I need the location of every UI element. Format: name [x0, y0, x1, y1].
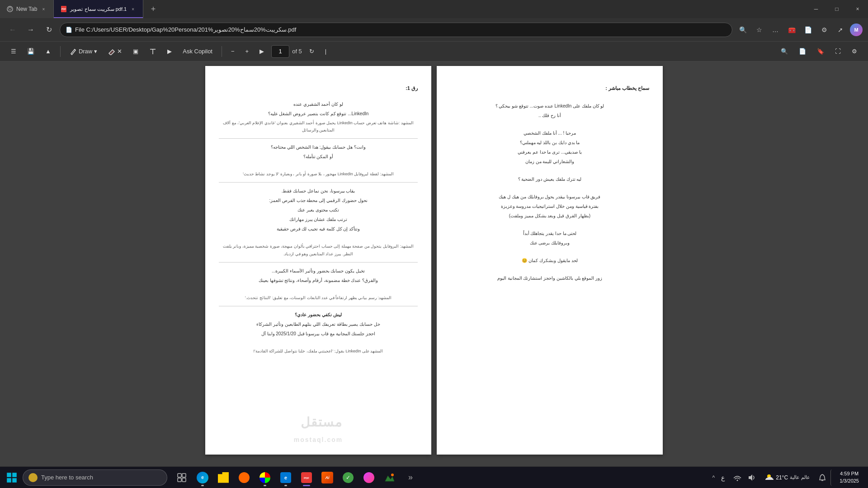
new-tab-button[interactable]: + — [145, 1, 161, 17]
maximize-button[interactable]: □ — [826, 0, 847, 18]
taskbar-firefox-app[interactable] — [234, 468, 254, 488]
page1-promise1: تخيل يكون حسابك بحضور وتأثير الأسماء الك… — [219, 267, 418, 275]
taskbar-more-apps[interactable]: » — [401, 468, 420, 488]
transform-btn[interactable]: ⛶ — [831, 44, 844, 59]
taskbar-search[interactable]: Type here to search — [23, 469, 167, 486]
tab-new-tab[interactable]: New Tab × — [0, 0, 54, 18]
notification-icon[interactable] — [816, 471, 829, 484]
page2-line9: بفترة قياسية ومن خلال استراتيجيات مدروسة… — [450, 202, 649, 211]
search-placeholder-text: Type here to search — [41, 474, 93, 481]
taskbar-maps-app[interactable] — [380, 468, 400, 488]
bookmark-btn[interactable]: 🔖 — [813, 44, 828, 59]
page2-line7: ليه تترك ملفك يعيش دور الضحية ؟ — [450, 175, 649, 183]
taskbar-task-view[interactable] — [172, 468, 192, 488]
back-button[interactable]: ← — [5, 23, 20, 37]
weather-widget[interactable]: 21°C عالم عالية — [760, 471, 814, 484]
page1-line2: LinkedIn... تتوقع كم كانت بتصير عروض الش… — [219, 110, 418, 118]
watermark-arabic: مستقل — [294, 411, 343, 434]
extensions-btn[interactable]: 🧰 — [785, 23, 798, 37]
minimize-button[interactable]: ─ — [806, 0, 826, 18]
star-icon-btn[interactable]: ☆ — [752, 23, 766, 37]
page2-line10: (بظهار الفرق قبل وبعد بشكل مميز وملفت) — [450, 212, 649, 220]
taskbar-edge2-app[interactable]: e — [276, 468, 296, 488]
page1-tip3: تكتب محتوى يعبر عنك — [219, 206, 418, 214]
temperature-text: 21°C — [776, 474, 788, 481]
page2-line3: مرحبا ! ... أنا ملفك الشخصي — [450, 129, 649, 137]
taskbar-edge-app[interactable]: e — [193, 468, 212, 488]
pdf-viewer-area: رق 1: لو كان أحمد الشقيري عنده LinkedIn.… — [0, 61, 868, 466]
more-icon-btn[interactable]: … — [769, 23, 782, 37]
page1-chart-label: المشهد: رسم بياني يظهر ارتفاعاً في عدد ا… — [219, 294, 418, 301]
weather-label: عالم عالية — [790, 474, 810, 480]
search-icon-btn[interactable]: 🔍 — [736, 23, 750, 37]
page-number-input[interactable] — [271, 45, 289, 58]
volume-icon[interactable] — [745, 471, 758, 484]
taskbar-explorer-app[interactable] — [213, 468, 233, 488]
settings-btn[interactable]: ⚙ — [817, 23, 831, 37]
taskbar-left: Type here to search — [2, 468, 167, 488]
taskbar-ai-app[interactable]: Ai — [317, 468, 337, 488]
taskbar-pink-app[interactable] — [359, 468, 379, 488]
search-doc-btn[interactable]: 🔍 — [777, 44, 792, 59]
language-indicator[interactable]: ع — [717, 471, 729, 484]
edge-icon: e — [197, 472, 208, 483]
svg-rect-4 — [7, 473, 11, 477]
taskbar-chrome-app[interactable] — [255, 468, 275, 488]
fit-width-btn[interactable]: ▶ — [256, 44, 268, 59]
tray-expand-btn[interactable]: ^ — [712, 474, 715, 481]
ask-copilot-btn[interactable]: Ask Copilot — [179, 44, 216, 59]
text-tool-btn[interactable] — [146, 44, 160, 59]
draw-tool-btn[interactable]: Draw ▾ — [66, 44, 101, 59]
page-nav: of 5 — [271, 45, 302, 58]
refresh-button[interactable]: ↻ — [42, 23, 56, 37]
more-tools-btn[interactable]: | — [321, 44, 330, 59]
toolbar-menu-btn[interactable]: ☰ — [7, 44, 20, 59]
svg-rect-5 — [12, 473, 17, 477]
page2-heading: سماح يخطاب مباشر : — [605, 85, 649, 91]
start-button[interactable] — [2, 468, 22, 488]
read-aloud-btn[interactable]: ▶ — [164, 44, 175, 59]
page1-q1: وانت؟ هل حسابك بيقول: هذا الشخص اللي محت… — [219, 143, 418, 151]
svg-marker-17 — [749, 474, 752, 481]
page2-line13: لحد مايقول وبشكرك كمان 😊 — [450, 257, 649, 265]
tab-newtab-label: New Tab — [16, 6, 37, 12]
zoom-out-btn[interactable]: − — [227, 44, 238, 59]
taskbar-right: ^ ع 21°C عالم عالية — [709, 469, 866, 486]
tab-close-newtab[interactable]: × — [40, 5, 47, 13]
chrome-icon — [259, 472, 270, 483]
zoom-in-btn[interactable]: + — [242, 44, 253, 59]
fit-page-btn[interactable]: ▣ — [129, 44, 142, 59]
expand-btn[interactable]: ➚ — [834, 23, 847, 37]
svg-rect-7 — [12, 478, 17, 483]
pdf-toolbar: ☰ 💾 ▲ Draw ▾ ✕ ▣ ▶ Ask Copilot − + ▶ of … — [0, 42, 868, 61]
clock-widget[interactable]: 4:59 PM 1/3/2025 — [836, 470, 863, 484]
pdf-settings-btn[interactable]: ⚙ — [848, 44, 861, 59]
collections-btn[interactable]: 📄 — [801, 23, 815, 37]
ai-icon: Ai — [321, 472, 333, 483]
taskbar-center: e e PDF Ai — [168, 468, 708, 488]
rotate-btn[interactable]: ↻ — [306, 44, 318, 59]
watermark-latin: mostaql.com — [294, 434, 343, 446]
page1-tip4: ترتب ملفك عشان يبرز مهاراتك — [219, 216, 418, 224]
toolbar-print-btn[interactable]: ▲ — [42, 44, 55, 59]
page1-scene2: المشهد: لقطة لبروفايل LinkedIn مهجور ، ب… — [219, 170, 418, 178]
erase-tool-btn[interactable]: ✕ — [104, 44, 126, 59]
firefox-icon — [239, 472, 250, 483]
annotate-btn[interactable]: 📄 — [795, 44, 810, 59]
tab-pdf[interactable]: PDF pdf.1 سكريبت سماح تصوير × — [54, 0, 143, 18]
page-total: of 5 — [292, 48, 302, 55]
show-desktop-button[interactable] — [830, 469, 834, 486]
page1-why-label: ليش نكفي بحضور عادي؟ — [219, 311, 418, 319]
forward-button[interactable]: → — [24, 23, 38, 37]
close-button[interactable]: × — [847, 0, 868, 18]
network-icon[interactable] — [731, 471, 744, 484]
files-icon — [218, 472, 229, 483]
date-display: 1/3/2025 — [840, 478, 859, 484]
taskbar-check-app[interactable]: ✓ — [338, 468, 358, 488]
addressbar: ← → ↻ 📄 File C:/Users/USER/Desktop/Gap%2… — [0, 18, 868, 42]
toolbar-save-btn[interactable]: 💾 — [24, 44, 38, 59]
tab-close-pdf[interactable]: × — [129, 5, 137, 13]
address-bar-input[interactable]: 📄 File C:/Users/USER/Desktop/Gap%20Perso… — [60, 23, 732, 37]
edge-profile-avatar[interactable]: M — [850, 23, 863, 36]
taskbar-pdf-app[interactable]: PDF — [297, 468, 316, 488]
